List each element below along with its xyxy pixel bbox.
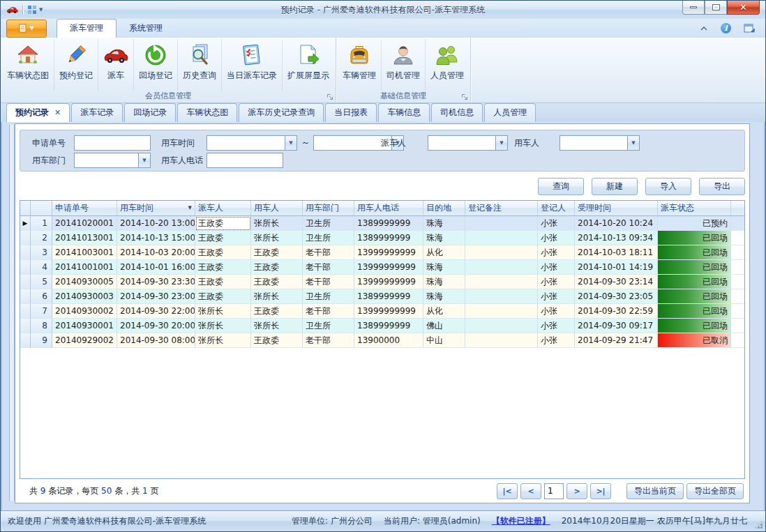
ribbon-button-return-register[interactable]: 回场登记 xyxy=(134,39,178,91)
row-indicator[interactable] xyxy=(20,304,31,319)
table-row[interactable]: 8201409300012014-09-30 20:00张所长张所长卫生所138… xyxy=(20,319,744,333)
status-cell[interactable]: 已回场 xyxy=(658,319,731,333)
cell[interactable]: 老干部 xyxy=(303,275,354,289)
row-number[interactable]: 4 xyxy=(31,260,52,275)
column-header-destination[interactable]: 目的地 xyxy=(423,201,465,216)
ribbon-button-dispatch[interactable]: 派车 xyxy=(98,39,134,91)
column-header-dispatch-status[interactable]: 派车状态 xyxy=(658,201,731,216)
cell[interactable]: 卫生所 xyxy=(303,319,354,333)
cell[interactable]: 小张 xyxy=(538,304,575,319)
cell[interactable]: 张所长 xyxy=(251,216,303,231)
cell[interactable]: 王政委 xyxy=(195,289,251,304)
row-indicator[interactable] xyxy=(20,289,31,304)
ribbon-button-daily-dispatch-record[interactable]: 当日派车记录 xyxy=(222,39,283,91)
cell[interactable]: 王政委 xyxy=(251,260,303,275)
dialog-launcher-icon[interactable] xyxy=(461,93,468,100)
doc-tab-daily-report[interactable]: 当日报表 xyxy=(325,103,377,122)
cell[interactable]: 张所长 xyxy=(251,319,303,333)
cell[interactable] xyxy=(465,216,538,231)
cell[interactable]: 从化 xyxy=(423,304,465,319)
cell[interactable]: 2014-09-30 23:14 xyxy=(575,275,658,289)
cell[interactable]: 2014-10-03 20:00 xyxy=(117,245,195,260)
cell[interactable]: 小张 xyxy=(538,333,575,348)
cell[interactable]: 张所长 xyxy=(195,333,251,348)
row-indicator[interactable] xyxy=(20,260,31,275)
cell[interactable]: 珠海 xyxy=(423,289,465,304)
column-header-request-no[interactable]: 申请单号 xyxy=(52,201,117,216)
row-indicator[interactable] xyxy=(20,275,31,289)
ribbon-button-personnel-manage[interactable]: 人员管理 xyxy=(426,39,469,91)
cell[interactable]: 13900000 xyxy=(354,333,423,348)
search-button[interactable]: 查询 xyxy=(538,178,584,195)
cell[interactable]: 珠海 xyxy=(423,216,465,231)
cell[interactable] xyxy=(465,260,538,275)
import-button[interactable]: 导入 xyxy=(645,178,691,195)
cell[interactable] xyxy=(465,333,538,348)
status-cell[interactable]: 已回场 xyxy=(658,289,731,304)
cell[interactable]: 张所长 xyxy=(195,319,251,333)
doc-tab-dispatch-records[interactable]: 派车记录 xyxy=(71,103,123,122)
minimize-button[interactable] xyxy=(682,1,705,15)
row-indicator[interactable]: ▶ xyxy=(20,216,31,231)
row-number[interactable]: 2 xyxy=(31,231,52,245)
ribbon-button-reservation[interactable]: 预约登记 xyxy=(54,39,98,91)
cell[interactable]: 王政委 xyxy=(195,245,251,260)
request-no-input[interactable] xyxy=(74,135,151,151)
cell[interactable]: 小张 xyxy=(538,260,575,275)
cell[interactable]: 王政委 xyxy=(195,260,251,275)
doc-tab-reservation-records[interactable]: 预约记录 ✕ xyxy=(6,103,70,122)
cell[interactable]: 2014-09-30 23:05 xyxy=(575,289,658,304)
table-row[interactable]: 2201410130012014-10-13 15:00王政委张所长卫生所138… xyxy=(20,231,744,245)
cell[interactable]: 王政委 xyxy=(195,216,251,231)
status-cell[interactable]: 已取消 xyxy=(658,333,731,348)
skin-style-icon[interactable] xyxy=(744,23,756,33)
row-indicator[interactable] xyxy=(20,319,31,333)
resize-grip[interactable] xyxy=(760,526,763,529)
next-page-button[interactable]: > xyxy=(566,483,587,499)
status-cell[interactable]: 已回场 xyxy=(658,275,731,289)
license-link[interactable]: 【软件已注册】 xyxy=(492,515,550,527)
cell[interactable]: 2014-09-29 21:47 xyxy=(575,333,658,348)
status-cell[interactable]: 已回场 xyxy=(658,231,731,245)
cell[interactable]: 13999999999 xyxy=(354,275,423,289)
column-header-accept-time[interactable]: 受理时间 xyxy=(575,201,658,216)
table-row[interactable]: ▶1201410200012014-10-20 13:00王政委张所长卫生所13… xyxy=(20,216,744,231)
column-header-department[interactable]: 用车部门 xyxy=(303,201,354,216)
column-header-use-time[interactable]: 用车时间▼ xyxy=(117,201,195,216)
cell[interactable] xyxy=(465,304,538,319)
dialog-launcher-icon[interactable] xyxy=(326,93,333,100)
row-number[interactable]: 6 xyxy=(31,289,52,304)
table-row[interactable]: 6201409300032014-09-30 23:00王政委张所长卫生所138… xyxy=(20,289,744,304)
cell[interactable]: 2014-10-20 10:24 xyxy=(575,216,658,231)
status-cell[interactable]: 已预约 xyxy=(658,216,731,231)
doc-tab-vehicle-status-map[interactable]: 车辆状态图 xyxy=(177,103,237,122)
close-button[interactable]: ✕ xyxy=(727,1,760,15)
cell[interactable]: 卫生所 xyxy=(303,289,354,304)
cell[interactable]: 2014-09-30 20:00 xyxy=(117,319,195,333)
cell[interactable]: 老干部 xyxy=(303,304,354,319)
row-indicator[interactable] xyxy=(20,333,31,348)
row-number[interactable]: 8 xyxy=(31,319,52,333)
cell[interactable]: 王政委 xyxy=(251,304,303,319)
cell[interactable]: 2014-10-13 09:34 xyxy=(575,231,658,245)
cell[interactable]: 小张 xyxy=(538,216,575,231)
cell[interactable]: 从化 xyxy=(423,245,465,260)
ribbon-collapse-icon[interactable] xyxy=(700,25,708,31)
dispatcher-combo[interactable] xyxy=(428,135,496,151)
prev-page-button[interactable]: < xyxy=(520,483,541,499)
cell[interactable]: 小张 xyxy=(538,245,575,260)
cell[interactable]: 20140930002 xyxy=(52,304,117,319)
ribbon-button-vehicle-manage[interactable]: 车辆管理 xyxy=(338,39,382,91)
cell[interactable] xyxy=(465,319,538,333)
help-info-icon[interactable]: i xyxy=(721,23,731,33)
export-current-page-button[interactable]: 导出当前页 xyxy=(626,483,684,499)
cell[interactable]: 中山 xyxy=(423,333,465,348)
view-switch-icon[interactable]: ▼ xyxy=(27,5,43,15)
cell[interactable] xyxy=(465,245,538,260)
chevron-down-icon[interactable]: ▼ xyxy=(139,153,151,168)
cell[interactable]: 张所长 xyxy=(195,304,251,319)
cell[interactable]: 20140929002 xyxy=(52,333,117,348)
cell[interactable]: 13999999999 xyxy=(354,304,423,319)
ribbon-button-history-query[interactable]: 历史查询 xyxy=(178,39,222,91)
ribbon-button-driver-manage[interactable]: 司机管理 xyxy=(382,39,426,91)
